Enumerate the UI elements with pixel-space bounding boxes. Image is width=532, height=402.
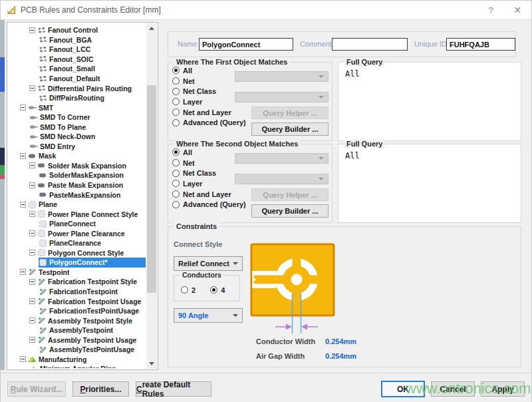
tree-item-content[interactable]: Solder Mask Expansion <box>37 161 146 171</box>
tree-item-content[interactable]: Fanout_SOIC <box>39 55 146 65</box>
conductors-radio-4[interactable]: 4 <box>210 285 225 296</box>
comment-input[interactable] <box>332 38 408 51</box>
tree-item-content[interactable]: SMD To Corner <box>29 112 146 122</box>
radio-icon[interactable] <box>172 170 180 177</box>
name-input[interactable] <box>199 38 293 51</box>
tree-item-fabricationtestpoint[interactable]: FabricationTestpoint <box>9 287 146 297</box>
tree-item-content[interactable]: SMD Entry <box>29 142 146 152</box>
collapse-toggle-icon[interactable] <box>29 27 35 33</box>
tree-scrollbar[interactable] <box>146 23 157 369</box>
air-gap-width-value[interactable]: 0.254mm <box>325 352 356 360</box>
tree-item-content[interactable]: PasteMaskExpansion <box>39 190 146 200</box>
tree-item-content[interactable]: Fanout_LCC <box>39 45 146 55</box>
tree-item-paste-mask-expansion[interactable]: Paste Mask Expansion <box>9 180 146 190</box>
tree-item-content[interactable]: PlaneClearance <box>39 238 146 248</box>
connect-style-select[interactable]: Relief Connect <box>174 256 243 271</box>
radio-icon[interactable] <box>181 286 188 294</box>
second-match-radio-advanced-query[interactable]: Advanced (Query) <box>172 199 246 210</box>
create-default-rules-button[interactable]: Create Default Rules <box>136 381 211 397</box>
tree-item-fanout-lcc[interactable]: Fanout_LCC <box>9 45 146 55</box>
tree-item-content[interactable]: Fanout_Small <box>39 64 146 74</box>
tree-item-content[interactable]: Assembly Testpoint Usage <box>37 335 146 345</box>
radio-icon[interactable] <box>210 286 217 294</box>
tree-item-solder-mask-expansion[interactable]: Solder Mask Expansion <box>9 161 146 171</box>
conductor-width-value[interactable]: 0.254mm <box>325 337 356 345</box>
tree-item-assembly-testpoint-style[interactable]: Assembly Testpoint Style <box>9 315 146 325</box>
tree-item-planeconnect[interactable]: PlaneConnect <box>9 219 146 229</box>
tree-item-smd-to-corner[interactable]: SMD To Corner <box>9 112 146 122</box>
tree-item-pastemaskexpansion[interactable]: PasteMaskExpansion <box>9 190 146 200</box>
tree-item-manufacturing[interactable]: Manufacturing <box>9 355 146 365</box>
tree-item-fabricationtestpointusage[interactable]: FabricationTestPointUsage <box>9 306 146 316</box>
tree-item-power-plane-connect-style[interactable]: Power Plane Connect Style <box>9 209 146 219</box>
second-query-builder-button[interactable]: Query Builder ... <box>251 204 329 218</box>
tree-item-planeclearance[interactable]: PlaneClearance <box>9 238 146 248</box>
tree-item-content[interactable]: Plane <box>28 200 146 210</box>
radio-icon[interactable] <box>172 77 180 85</box>
tree-item-fanout-soic[interactable]: Fanout_SOIC <box>9 55 146 65</box>
tree-item-fanout-default[interactable]: Fanout_Default <box>9 74 146 84</box>
second-match-radio-net-and-layer[interactable]: Net and Layer <box>172 189 246 200</box>
radio-icon[interactable] <box>172 159 180 166</box>
tree-item-content[interactable]: SMD To Plane <box>29 122 146 132</box>
tree-item-content[interactable]: FabricationTestPointUsage <box>39 306 146 316</box>
tree-item-content[interactable]: Fanout Control <box>37 25 146 35</box>
tree-item-content[interactable]: PlaneConnect <box>39 219 146 229</box>
collapse-toggle-icon[interactable] <box>20 202 26 208</box>
scroll-down-icon[interactable] <box>146 359 157 369</box>
tree-item-mask[interactable]: Mask <box>9 151 146 161</box>
tree-item-content[interactable]: Fanout_Default <box>39 74 146 84</box>
tree-item-fanout-bga[interactable]: Fanout_BGA <box>9 35 146 45</box>
tree-item-content[interactable]: Fanout_BGA <box>39 35 146 45</box>
tree-item-content[interactable]: AssemblyTestPointUsage <box>39 345 146 355</box>
unique-id-input[interactable] <box>446 38 515 51</box>
collapse-toggle-icon[interactable] <box>29 298 35 304</box>
tree-item-power-plane-clearance[interactable]: Power Plane Clearance <box>9 228 146 238</box>
tree-item-content[interactable]: Mask <box>28 151 146 161</box>
collapse-toggle-icon[interactable] <box>29 317 35 323</box>
tree-item-polygon-connect-style[interactable]: Polygon Connect Style <box>9 248 146 258</box>
tree-item-soldermaskexpansion[interactable]: SolderMaskExpansion <box>9 170 146 180</box>
tree-item-fanout-small[interactable]: Fanout_Small <box>9 64 146 74</box>
tree-item-diffpairsrouting[interactable]: DiffPairsRouting <box>9 93 146 103</box>
scroll-thumb[interactable] <box>147 85 156 292</box>
radio-icon[interactable] <box>172 148 180 156</box>
collapse-toggle-icon[interactable] <box>20 153 26 159</box>
scroll-up-icon[interactable] <box>146 23 157 33</box>
collapse-toggle-icon[interactable] <box>29 162 35 168</box>
tree-item-fabrication-testpoint-style[interactable]: Fabrication Testpoint Style <box>9 277 146 287</box>
tree-item-smt[interactable]: SMT <box>9 102 146 112</box>
first-match-radio-net-and-layer[interactable]: Net and Layer <box>172 107 246 118</box>
tree-item-content[interactable]: Testpoint <box>28 268 146 278</box>
tree-item-fanout-control[interactable]: Fanout Control <box>9 25 146 35</box>
first-query-builder-button[interactable]: Query Builder ... <box>251 122 329 136</box>
tree-item-content[interactable]: Differential Pairs Routing <box>37 83 146 93</box>
radio-icon[interactable] <box>172 98 180 105</box>
tree-item-minimum-annular-ring[interactable]: Minimum Annular Ring <box>9 364 146 368</box>
collapse-toggle-icon[interactable] <box>29 182 35 188</box>
tree-item-content[interactable]: Fabrication Testpoint Style <box>37 277 146 287</box>
collapse-toggle-icon[interactable] <box>29 279 35 285</box>
collapse-toggle-icon[interactable] <box>29 211 35 217</box>
tree-item-content[interactable]: Power Plane Connect Style <box>37 209 146 219</box>
close-icon[interactable]: ✕ <box>509 3 526 17</box>
tree-item-assemblytestpoint[interactable]: AssemblyTestpoint <box>9 325 146 335</box>
radio-icon[interactable] <box>172 67 180 74</box>
tree-item-content[interactable]: SMD Neck-Down <box>29 132 146 142</box>
collapse-toggle-icon[interactable] <box>29 85 35 91</box>
tree-item-smd-entry[interactable]: SMD Entry <box>9 142 146 152</box>
tree-item-smd-to-plane[interactable]: SMD To Plane <box>9 122 146 132</box>
tree-item-content[interactable]: Paste Mask Expansion <box>37 180 146 190</box>
tree-item-content[interactable]: AssemblyTestpoint <box>39 325 146 335</box>
collapse-toggle-icon[interactable] <box>20 356 26 362</box>
tree-item-testpoint[interactable]: Testpoint <box>9 268 146 278</box>
conductors-radio-2[interactable]: 2 <box>181 285 196 296</box>
tree-item-content[interactable]: Assembly Testpoint Style <box>37 315 146 325</box>
tree-item-content[interactable]: DiffPairsRouting <box>39 93 146 103</box>
tree-item-fabrication-testpoint-usage[interactable]: Fabrication Testpoint Usage <box>9 296 146 306</box>
tree-item-assemblytestpointusage[interactable]: AssemblyTestPointUsage <box>9 345 146 355</box>
collapse-toggle-icon[interactable] <box>20 104 26 110</box>
tree-item-polygonconnect[interactable]: PolygonConnect* <box>9 258 146 268</box>
radio-icon[interactable] <box>172 119 180 126</box>
tree-item-content[interactable]: FabricationTestpoint <box>39 287 146 297</box>
